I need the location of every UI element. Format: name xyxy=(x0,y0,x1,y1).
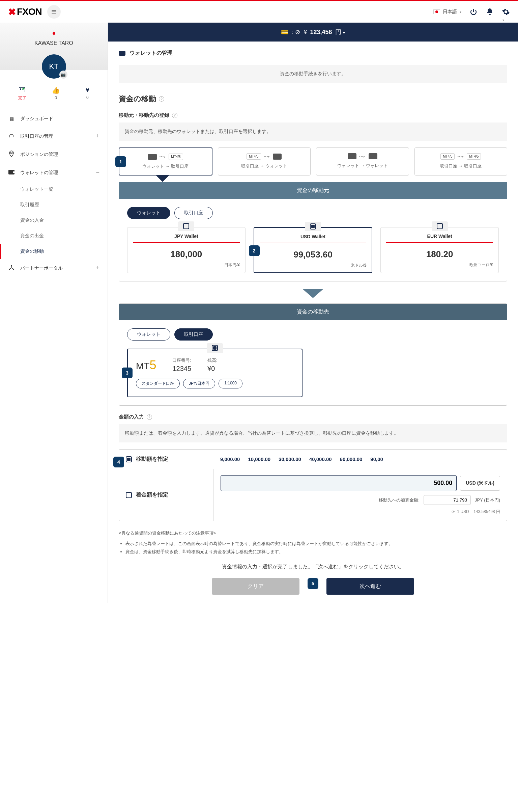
power-icon[interactable] xyxy=(469,8,478,16)
exchange-rate: 1 USD = 143.585498 円 xyxy=(457,509,500,515)
amount-input[interactable] xyxy=(221,475,457,491)
mt-icon: MT4/5 xyxy=(169,154,183,160)
flag-jp-icon xyxy=(54,30,54,36)
source-pill-account[interactable]: 取引口座 xyxy=(174,207,213,219)
help-icon[interactable]: ? xyxy=(147,414,152,420)
checkbox-icon xyxy=(437,223,443,229)
chip-currency: JPY/日本円 xyxy=(183,379,215,388)
gear-icon[interactable]: ▾ xyxy=(502,8,510,16)
next-button[interactable]: 次へ進む xyxy=(326,578,414,595)
grid-icon: ▦ xyxy=(8,116,15,121)
help-icon[interactable]: ? xyxy=(159,96,164,102)
dest-pill-wallet[interactable]: ウォレット xyxy=(127,328,170,341)
wallet-icon: 💳 xyxy=(281,29,288,35)
stat-fav: ♥ 0 xyxy=(85,86,89,101)
arrow-right-icon: •••▸ xyxy=(359,155,366,158)
nav-wallet[interactable]: ウォレットの管理 − xyxy=(0,164,108,182)
currency-label: USD (米ドル) xyxy=(460,476,500,491)
subnav-transfer[interactable]: 資金の移動 xyxy=(0,244,108,259)
checkbox-checked-icon xyxy=(212,345,218,351)
preset-30000[interactable]: 30,000.00 xyxy=(279,456,301,462)
mt-icon: MT4/5 xyxy=(467,153,481,160)
stat-done: 完了 xyxy=(18,86,26,101)
avatar[interactable]: KT 📷 xyxy=(42,54,66,79)
step-badge-5: 5 xyxy=(308,578,318,589)
step-badge-4: 4 xyxy=(113,457,124,467)
pin-icon xyxy=(8,151,15,158)
help-icon[interactable]: ? xyxy=(172,113,177,118)
minus-icon: − xyxy=(96,169,99,176)
logo[interactable]: ✖FXON xyxy=(8,6,42,18)
svg-marker-12 xyxy=(303,289,323,298)
balance-bar[interactable]: 💳 : ⊘ ¥ 123,456 円 ▾ xyxy=(108,23,518,42)
chip-leverage: 1:1000 xyxy=(219,379,242,388)
source-pill-wallet[interactable]: ウォレット xyxy=(127,207,170,219)
section-title: 資金の移動 ? xyxy=(119,94,507,104)
step-badge-2: 2 xyxy=(249,245,260,256)
step-badge-1: 1 xyxy=(115,156,126,167)
heart-icon: ♥ xyxy=(85,86,89,94)
dest-pill-account[interactable]: 取引口座 xyxy=(174,328,213,341)
nav-dashboard[interactable]: ▦ ダッシュボード xyxy=(0,110,108,127)
refresh-icon[interactable]: ⟳ xyxy=(452,510,455,514)
transfer-tab-wallet-to-account[interactable]: 1 •••▸ MT4/5 ウォレット → 取引口座 xyxy=(119,147,212,175)
wallet-icon xyxy=(273,154,282,160)
network-icon xyxy=(8,265,15,272)
source-panel: 資金の移動元 ウォレット 取引口座 JPY Wallet 180,000 日本円… xyxy=(119,182,507,281)
nav-positions[interactable]: ポジションの管理 xyxy=(0,145,108,164)
profile-name: KAWASE TARO xyxy=(0,40,108,46)
mt5-logo: MT5 xyxy=(136,358,156,372)
wallet-card-eur[interactable]: EUR Wallet 180.20 欧州ユーロ/€ xyxy=(380,227,499,273)
svg-marker-11 xyxy=(156,175,169,182)
amount-option-receive[interactable]: 着金額を指定 xyxy=(119,469,213,521)
subnav-deposit[interactable]: 資金の入金 xyxy=(0,213,108,228)
step-badge-3: 3 xyxy=(122,368,133,378)
account-card[interactable]: MT5 口座番号: 12345 残高: ¥0 xyxy=(127,349,303,397)
wallet-card-jpy[interactable]: JPY Wallet 180,000 日本円/¥ xyxy=(127,227,246,273)
wallet-icon xyxy=(148,154,157,160)
arrow-right-icon: •••▸ xyxy=(264,155,270,158)
preset-40000[interactable]: 40,000.00 xyxy=(309,456,332,462)
preset-9000[interactable]: 9,000.00 xyxy=(220,456,240,462)
camera-icon[interactable]: 📷 xyxy=(59,71,67,79)
nav-accounts[interactable]: 🖵 取引口座の管理 + xyxy=(0,127,108,145)
language-selector[interactable]: 日本語 ▾ xyxy=(433,9,461,15)
transfer-tab-account-to-wallet[interactable]: MT4/5 •••▸ 取引口座 → ウォレット xyxy=(218,147,311,175)
chevron-down-icon: ▾ xyxy=(460,10,461,14)
wallet-card-usd[interactable]: 2 USD Wallet 99,053.60 米ドル/$ xyxy=(254,227,373,273)
svg-point-5 xyxy=(11,152,12,154)
chevron-down-icon: ▾ xyxy=(343,30,345,35)
amount-option-transfer[interactable]: 移動額を指定 xyxy=(119,450,213,469)
header: ✖FXON 日本語 ▾ ▾ xyxy=(0,1,518,23)
preset-10000[interactable]: 10,000.00 xyxy=(248,456,270,462)
subnav-withdraw[interactable]: 資金の出金 xyxy=(0,228,108,244)
calc-unit: JPY (日本円) xyxy=(475,497,500,503)
bell-icon[interactable] xyxy=(486,8,494,16)
mt-icon: MT4/5 xyxy=(247,153,261,160)
amount-desc: 移動額または、着金額を入力します。通貨が異なる場合、当社の為替レートに基づき換算… xyxy=(119,424,507,442)
stat-like: 👍 0 xyxy=(52,86,60,101)
svg-point-8 xyxy=(11,265,12,266)
preset-60000[interactable]: 60,000.00 xyxy=(340,456,363,462)
subnav-wallet-list[interactable]: ウォレット一覧 xyxy=(0,182,108,197)
preset-90000[interactable]: 90,00 xyxy=(370,456,383,462)
clear-button[interactable]: クリア xyxy=(212,578,299,595)
pointer-down-icon xyxy=(156,175,169,182)
pointer-down-icon xyxy=(303,289,323,298)
nav-partner[interactable]: パートナーポータル + xyxy=(0,259,108,277)
arrow-right-icon: •••▸ xyxy=(160,155,166,159)
amount-panel: 移動額を指定 9,000.00 10,000.00 30,000.00 40,0… xyxy=(119,449,507,521)
svg-rect-7 xyxy=(13,171,15,173)
intro-box: 資金の移動手続きを行います。 xyxy=(119,65,507,83)
wallet-icon xyxy=(8,170,15,175)
registration-title: 移動元・移動先の登録 ? xyxy=(119,112,507,118)
id-card-icon xyxy=(18,86,26,94)
final-message: 資金情報の入力・選択が完了しました。「次へ進む」をクリックしてください。 xyxy=(119,564,507,570)
subnav-history[interactable]: 取引履歴 xyxy=(0,197,108,213)
menu-toggle[interactable] xyxy=(47,5,61,19)
page-title: ウォレットの管理 xyxy=(119,50,507,57)
transfer-tab-account-to-account[interactable]: MT4/5 •••▸ MT4/5 取引口座 → 取引口座 xyxy=(414,147,508,175)
transfer-tab-wallet-to-wallet[interactable]: •••▸ ウォレット → ウォレット xyxy=(316,147,409,175)
wallet-icon xyxy=(369,153,377,159)
amount-title: 金額の入力 ? xyxy=(119,414,507,420)
